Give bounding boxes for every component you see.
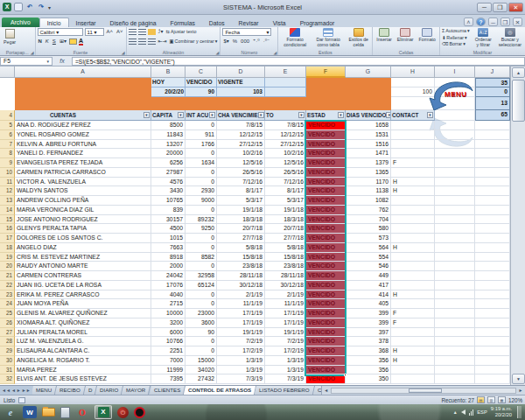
cell-vigente-value[interactable]: 103 xyxy=(217,88,265,97)
cell[interactable]: 7/2/19 xyxy=(265,337,306,346)
cell[interactable] xyxy=(435,290,475,300)
cell[interactable]: 20000 xyxy=(151,149,186,158)
cell[interactable]: 12/12/15 xyxy=(217,130,265,140)
cell[interactable]: 12/5/16 xyxy=(217,158,265,168)
cell[interactable]: 3430 xyxy=(151,186,186,196)
cell[interactable]: VENCIDO xyxy=(306,309,346,318)
column-header-f[interactable]: F xyxy=(306,66,346,78)
cell[interactable]: 18/3/18 xyxy=(217,215,265,225)
vertical-scrollbar[interactable]: ▲ ▼ xyxy=(510,66,525,385)
cell[interactable] xyxy=(475,281,510,290)
record-app-icon[interactable] xyxy=(134,407,145,418)
align-middle-icon[interactable] xyxy=(138,29,146,35)
cell[interactable]: VENCIDO xyxy=(306,186,346,196)
cell[interactable]: VENCIDO xyxy=(306,206,346,215)
cell[interactable]: 0 xyxy=(186,243,217,253)
cell[interactable]: 19/1/18 xyxy=(265,206,306,215)
cell-hoy-value[interactable]: 20/2/20 xyxy=(151,88,186,97)
cell[interactable] xyxy=(435,186,475,196)
cell[interactable]: CRIS M. ESTEVEZ MARTINEZ xyxy=(15,253,151,262)
cell[interactable]: 1/3/19 xyxy=(265,366,306,375)
cell[interactable]: 5/3/17 xyxy=(217,196,265,206)
cell[interactable]: 27/7/18 xyxy=(217,234,265,243)
cell[interactable] xyxy=(435,121,475,130)
cell[interactable]: 17/2/19 xyxy=(265,346,306,356)
cell[interactable]: 7/8/15 xyxy=(217,121,265,130)
percent-icon[interactable]: % xyxy=(232,38,238,46)
cell[interactable]: 1/3/19 xyxy=(265,356,306,366)
cell[interactable] xyxy=(435,309,475,318)
cell[interactable]: JUAN IIG. UCETA DE LA ROSA xyxy=(15,281,151,290)
cell[interactable] xyxy=(475,168,510,178)
row-header[interactable]: 27 xyxy=(0,328,15,338)
scroll-left-icon[interactable]: ◄ xyxy=(322,388,331,393)
cell[interactable]: RAUDY ANTONIO MARTE xyxy=(15,262,151,271)
cell[interactable]: 5/8/18 xyxy=(217,243,265,253)
cell[interactable] xyxy=(391,234,435,243)
cell[interactable]: 15/8/18 xyxy=(217,253,265,262)
cell[interactable]: 28/11/18 xyxy=(265,271,306,281)
bold-button[interactable]: N xyxy=(38,38,43,46)
cell[interactable]: 7/12/16 xyxy=(265,178,306,187)
cell[interactable] xyxy=(475,262,510,271)
cell[interactable]: VENCIDO xyxy=(306,224,346,234)
cell[interactable]: 15/8/18 xyxy=(265,253,306,262)
sheet-tab-clientes[interactable]: CLIENTES xyxy=(150,386,186,395)
cell[interactable]: GLENIS M. ALVAREZ QUIÑONEZ xyxy=(15,309,151,318)
cell[interactable]: 30/12/18 xyxy=(265,281,306,290)
cell-hoy-label[interactable]: HOY xyxy=(151,78,186,88)
row-header[interactable]: 25 xyxy=(0,309,15,318)
cell[interactable]: VENCIDO xyxy=(306,196,346,206)
cell[interactable]: 7/3/19 xyxy=(265,374,306,384)
cell[interactable] xyxy=(435,346,475,356)
cell[interactable]: GLENYS PERALTA TAPIA xyxy=(15,224,151,234)
cell[interactable]: 20/7/18 xyxy=(217,224,265,234)
cell[interactable]: H xyxy=(391,186,435,196)
zoom-level[interactable]: 120% xyxy=(508,397,522,403)
cell[interactable] xyxy=(435,374,475,384)
cell[interactable]: 7/2/19 xyxy=(217,337,265,346)
volume-icon[interactable] xyxy=(461,410,466,415)
cell[interactable]: F xyxy=(391,318,435,328)
paste-button[interactable]: Pegar xyxy=(2,28,18,46)
cell[interactable]: 911 xyxy=(186,130,217,140)
cell[interactable]: VENCIDO xyxy=(306,318,346,328)
cell[interactable]: 27/12/15 xyxy=(265,140,306,150)
clock[interactable]: 9:19 a.m.20/2/20 xyxy=(491,406,512,417)
cell[interactable]: 24042 xyxy=(151,271,186,281)
cell[interactable]: 2251 xyxy=(151,346,186,356)
cell[interactable]: 12/5/16 xyxy=(265,158,306,168)
cell[interactable]: VENCIDO xyxy=(306,149,346,158)
cell[interactable] xyxy=(475,215,510,225)
cell[interactable]: 0 xyxy=(186,121,217,130)
prev-sheet-icon[interactable]: ◄ xyxy=(11,388,16,393)
cell[interactable] xyxy=(475,121,510,130)
last-sheet-icon[interactable]: ►► xyxy=(22,388,31,393)
page-break-view-icon[interactable]: ▦ xyxy=(498,396,506,403)
scroll-down-icon[interactable]: ▼ xyxy=(512,374,525,384)
cell[interactable] xyxy=(475,234,510,243)
cell[interactable]: 9250 xyxy=(186,224,217,234)
cell[interactable]: 11999 xyxy=(151,366,186,375)
cell[interactable]: 11/1/19 xyxy=(265,299,306,309)
cell[interactable]: 449 xyxy=(346,271,391,281)
cell[interactable]: 12/12/15 xyxy=(265,130,306,140)
ribbon-tab-dise-o-de-p-gina[interactable]: Diseño de página xyxy=(103,18,164,27)
table-header-to[interactable]: TO▾ xyxy=(265,110,306,121)
delete-cells-button[interactable]: Eliminar xyxy=(396,28,416,43)
ribbon-tab-vista[interactable]: Vista xyxy=(266,18,293,27)
cell[interactable]: 6256 xyxy=(151,158,186,168)
cell[interactable]: 10765 xyxy=(151,196,186,206)
cell[interactable]: JOSE ANTONIO RODRIGUEZ xyxy=(15,215,151,225)
cell[interactable]: 1015 xyxy=(151,234,186,243)
cell[interactable]: YANELI D. FERNANDEZ xyxy=(15,149,151,158)
column-header-b[interactable]: B xyxy=(151,66,186,78)
cell[interactable]: 1082 xyxy=(346,196,391,206)
cell[interactable]: 0 xyxy=(186,346,217,356)
cell[interactable] xyxy=(391,271,435,281)
row-header[interactable]: 16 xyxy=(0,224,15,234)
row-header[interactable]: 17 xyxy=(0,234,15,243)
cell[interactable]: LUZ M. VALENZUELA G. xyxy=(15,337,151,346)
row-header[interactable]: 7 xyxy=(0,140,15,150)
row-header[interactable]: 19 xyxy=(0,253,15,262)
